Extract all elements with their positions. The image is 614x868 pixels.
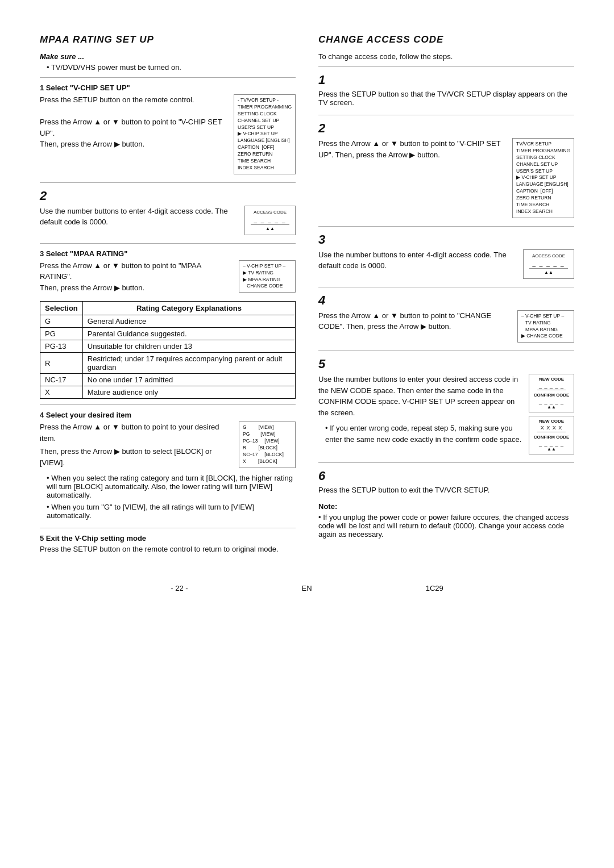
new-code-arrows1: ▲▲ xyxy=(533,404,570,410)
right-step3-arrows: ▲▲ xyxy=(529,270,568,275)
step4-text: Press the Arrow ▲ or ▼ button to point t… xyxy=(40,422,233,468)
table-col2: Rating Category Explanations xyxy=(82,302,295,315)
table-cell-selection: G xyxy=(40,315,83,328)
step3-text: Press the Arrow ▲ or ▼ button to point t… xyxy=(40,260,233,294)
model-label: 1C29 xyxy=(426,584,443,592)
right-step5-codes: NEW CODE _ _ _ _ _ CONFIRM CODE _ _ _ _ … xyxy=(529,374,574,454)
rating-table: Selection Rating Category Explanations G… xyxy=(40,301,296,399)
table-cell-selection: X xyxy=(40,386,83,399)
step1-text3: Then, press the Arrow ▶ button. xyxy=(40,139,228,150)
table-cell-desc: No one under 17 admitted xyxy=(82,374,295,386)
new-code-divider xyxy=(537,390,566,390)
table-row: RRestricted; under 17 requires accompany… xyxy=(40,353,296,374)
step3-screen: – V-CHIP SET UP – ▶ TV RATING ▶ MPAA RAT… xyxy=(239,260,296,293)
right-step2-number: 2 xyxy=(318,121,574,136)
left-step5: 5 Exit the V-Chip setting mode Press the… xyxy=(40,534,296,553)
new-code-divider2 xyxy=(537,432,566,432)
step4-header: 4 Select your desired item xyxy=(40,411,296,419)
right-step3-code: _ _ _ _ _ xyxy=(529,261,568,269)
right-step3: 3 Use the number buttons to enter 4-digi… xyxy=(318,232,574,279)
note-section: Note: • If you unplug the power code or … xyxy=(318,502,574,539)
new-code-label: NEW CODE xyxy=(533,377,570,382)
step1-text1: Press the SETUP button on the remote con… xyxy=(40,94,228,106)
right-step4-text: Press the Arrow ▲ or ▼ button to point t… xyxy=(318,310,512,332)
right-step6-number: 6 xyxy=(318,469,574,483)
right-step6: 6 Press the SETUP button to exit the TV/… xyxy=(318,469,574,494)
table-cell-desc: Mature audience only xyxy=(82,386,295,399)
left-column: MPAA RATING SET UP Make sure ... • TV/DV… xyxy=(40,34,296,561)
step3-text2: Then, press the Arrow ▶ button. xyxy=(40,282,233,294)
table-row: NC-17No one under 17 admitted xyxy=(40,374,296,386)
new-code-empty: _ _ _ _ _ xyxy=(533,383,570,389)
right-step2: 2 Press the Arrow ▲ or ▼ button to point… xyxy=(318,121,574,218)
confirm-code-label1: CONFIRM CODE xyxy=(533,393,570,398)
step2-text: Use the number buttons to enter 4-digit … xyxy=(40,206,239,228)
new-code-arrows2: ▲▲ xyxy=(533,446,570,452)
table-row: GGeneral Audience xyxy=(40,315,296,328)
step4-text1: Press the Arrow ▲ or ▼ button to point t… xyxy=(40,422,233,444)
step4-screen: G [VIEW] PG [VIEW] PG–13 [VIEW] R [BLOCK… xyxy=(239,422,296,468)
right-step4: 4 Press the Arrow ▲ or ▼ button to point… xyxy=(318,293,574,343)
new-code-box1: NEW CODE _ _ _ _ _ CONFIRM CODE _ _ _ _ … xyxy=(529,374,574,412)
right-step5-text1: Use the number buttons to enter your des… xyxy=(318,374,523,418)
step4-text2: Then, press the Arrow ▶ button to select… xyxy=(40,446,233,468)
new-code-label2: NEW CODE xyxy=(533,419,570,424)
left-title: MPAA RATING SET UP xyxy=(40,34,296,45)
right-step2-text: Press the Arrow ▲ or ▼ button to point t… xyxy=(318,138,507,160)
right-column: CHANGE ACCESS CODE To change access code… xyxy=(318,34,574,561)
right-step5-bullet: • If you enter wrong code, repeat step 5… xyxy=(325,423,523,445)
right-step6-text: Press the SETUP button to exit the TV/VC… xyxy=(318,486,574,494)
right-step5-number: 5 xyxy=(318,357,574,372)
table-cell-desc: Parental Guidance suggested. xyxy=(82,328,295,340)
note-text: • If you unplug the power code or power … xyxy=(318,513,574,539)
table-row: XMature audience only xyxy=(40,386,296,399)
table-cell-desc: Restricted; under 17 requires accompanyi… xyxy=(82,353,295,374)
step1-text: Press the SETUP button on the remote con… xyxy=(40,94,228,150)
right-step3-text: Use the number buttons to enter 4-digit … xyxy=(318,249,517,272)
right-step4-number: 4 xyxy=(318,293,574,308)
table-cell-desc: General Audience xyxy=(82,315,295,328)
right-step2-screen: TV/VCR SETUP TIMER PROGRAMMING SETTING C… xyxy=(512,138,574,218)
step1-header: 1 Select "V-CHIP SET UP" xyxy=(40,84,296,92)
table-cell-selection: PG xyxy=(40,328,83,340)
table-col1: Selection xyxy=(40,302,83,315)
step2-access-label: ACCESS CODE xyxy=(251,210,289,215)
note-label: Note: xyxy=(318,502,574,511)
right-step5: 5 Use the number buttons to enter your d… xyxy=(318,357,574,454)
right-step1-text: Press the SETUP button so that the TV/VC… xyxy=(318,90,574,107)
step3-text1: Press the Arrow ▲ or ▼ button to point t… xyxy=(40,260,233,282)
right-step4-screen: – V-CHIP SET UP – TV RATING MPAA RATING … xyxy=(517,310,574,343)
make-sure-label: Make sure ... xyxy=(40,52,296,61)
right-step3-access-label: ACCESS CODE xyxy=(529,253,568,258)
step5-text: Press the SETUP button on the remote con… xyxy=(40,545,296,553)
left-step3: 3 Select "MPAA RATING" Press the Arrow ▲… xyxy=(40,249,296,294)
right-step3-number: 3 xyxy=(318,232,574,247)
page-number: - 22 - xyxy=(171,584,188,592)
table-cell-selection: NC-17 xyxy=(40,374,83,386)
left-step2: 2 Use the number buttons to enter 4-digi… xyxy=(40,189,296,235)
new-code-box2: NEW CODE X X X X CONFIRM CODE _ _ _ _ _ … xyxy=(529,416,574,454)
right-step1: 1 Press the SETUP button so that the TV/… xyxy=(318,73,574,107)
left-step1: 1 Select "V-CHIP SET UP" Press the SETUP… xyxy=(40,84,296,174)
step2-number: 2 xyxy=(40,189,296,203)
new-code-x: X X X X xyxy=(533,425,570,431)
step4-bullet1: • When you select the rating category an… xyxy=(47,474,296,499)
table-row: PGParental Guidance suggested. xyxy=(40,328,296,340)
left-step4: 4 Select your desired item Press the Arr… xyxy=(40,411,296,520)
page-footer: - 22 - EN 1C29 xyxy=(40,584,574,592)
step1-text2: Press the Arrow ▲ or ▼ button to point t… xyxy=(40,116,228,139)
right-step3-access-box: ACCESS CODE _ _ _ _ _ ▲▲ xyxy=(523,249,574,279)
prerequisite: • TV/DVD/VHS power must be turned on. xyxy=(47,63,296,72)
table-cell-desc: Unsuitable for children under 13 xyxy=(82,340,295,353)
step1-screen: - TV/VCR SETUP - TIMER PROGRAMMING SETTI… xyxy=(234,94,296,174)
step3-header: 3 Select "MPAA RATING" xyxy=(40,249,296,258)
table-cell-selection: PG-13 xyxy=(40,340,83,353)
step2-code: _ _ _ _ _ xyxy=(251,217,289,225)
en-label: EN xyxy=(302,584,312,592)
right-step5-text: Use the number buttons to enter your des… xyxy=(318,374,523,448)
right-step1-number: 1 xyxy=(318,73,574,87)
table-row: PG-13Unsuitable for children under 13 xyxy=(40,340,296,353)
confirm-code-label2: CONFIRM CODE xyxy=(533,435,570,440)
right-intro: To change access code, follow the steps. xyxy=(318,52,574,61)
confirm-code-empty2: _ _ _ _ _ xyxy=(533,441,570,446)
